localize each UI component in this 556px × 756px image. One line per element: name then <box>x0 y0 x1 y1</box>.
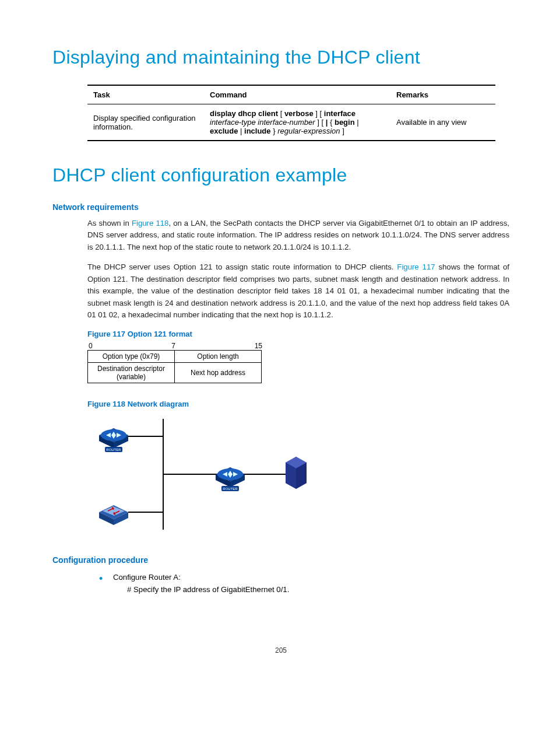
option121-table: Option type (0x79) Option length Destina… <box>87 350 262 383</box>
cell-dest-descriptor: Destination descriptor (variable) <box>88 362 175 383</box>
cmd-punct: } <box>271 127 278 135</box>
td-remarks: Available in any view <box>390 104 495 141</box>
cmd-kw: include <box>244 127 271 135</box>
ruler-0: 0 <box>89 342 93 350</box>
table-row: Destination descriptor (variable) Next h… <box>88 362 262 383</box>
procedure-step: # Specify the IP address of GigabitEther… <box>127 585 509 594</box>
cmd-arg: regular-expression <box>277 127 340 135</box>
cmd-arg: interface-type interface-number <box>210 118 315 127</box>
ruler-15: 15 <box>255 342 262 350</box>
subheading-configuration-procedure: Configuration procedure <box>52 555 509 565</box>
svg-text:ROUTER: ROUTER <box>223 487 238 491</box>
network-diagram: ROUTER ROUTER <box>87 413 509 538</box>
paragraph: As shown in Figure 118, on a LAN, the Se… <box>87 218 509 253</box>
cmd-kw: verbose <box>284 109 314 118</box>
cmd-punct: ] <box>340 127 344 135</box>
figure-118-caption: Figure 118 Network diagram <box>87 400 509 408</box>
option121-ruler: 0 7 15 <box>87 342 263 350</box>
subheading-network-requirements: Network requirements <box>52 202 509 212</box>
th-command: Command <box>204 85 390 104</box>
cell-next-hop: Next hop address <box>175 362 262 383</box>
list-item: Configure Router A: <box>99 570 509 584</box>
cmd-punct: [ <box>278 109 284 118</box>
cmd-punct: ] [ <box>315 118 326 127</box>
paragraph: The DHCP server uses Option 121 to assig… <box>87 261 509 321</box>
cmd-kw: display dhcp client <box>210 109 278 118</box>
ruler-7: 7 <box>171 342 175 350</box>
page-number: 205 <box>52 646 509 654</box>
cmd-kw: exclude <box>210 127 238 135</box>
cmd-kw: begin <box>335 118 355 127</box>
heading-example: DHCP client configuration example <box>52 164 509 186</box>
td-task: Display specified configuration informat… <box>87 104 204 141</box>
figure-117-link[interactable]: Figure 117 <box>397 262 435 271</box>
figure-117-caption: Figure 117 Option 121 format <box>87 330 509 338</box>
td-command: display dhcp client [ verbose ] [ interf… <box>204 104 390 141</box>
cmd-punct: | <box>355 118 359 127</box>
figure-118-link[interactable]: Figure 118 <box>132 219 168 228</box>
text: The DHCP server uses Option 121 to assig… <box>87 262 397 271</box>
th-remarks: Remarks <box>390 85 495 104</box>
command-table: Task Command Remarks Display specified c… <box>87 85 495 141</box>
table-row: Option type (0x79) Option length <box>88 350 262 362</box>
th-task: Task <box>87 85 204 104</box>
table-header-row: Task Command Remarks <box>87 85 495 104</box>
heading-displaying: Displaying and maintaining the DHCP clie… <box>52 47 509 68</box>
table-row: Display specified configuration informat… <box>87 104 495 141</box>
cmd-punct: { <box>328 118 335 127</box>
procedure-list: Configure Router A: <box>99 570 509 584</box>
text: As shown in <box>87 219 132 228</box>
svg-text:ROUTER: ROUTER <box>106 448 121 452</box>
cell-option-length: Option length <box>175 350 262 362</box>
cmd-punct: ] [ <box>314 109 324 118</box>
cell-option-type: Option type (0x79) <box>88 350 175 362</box>
cmd-kw: interface <box>324 109 356 118</box>
cmd-punct: | <box>238 127 244 135</box>
